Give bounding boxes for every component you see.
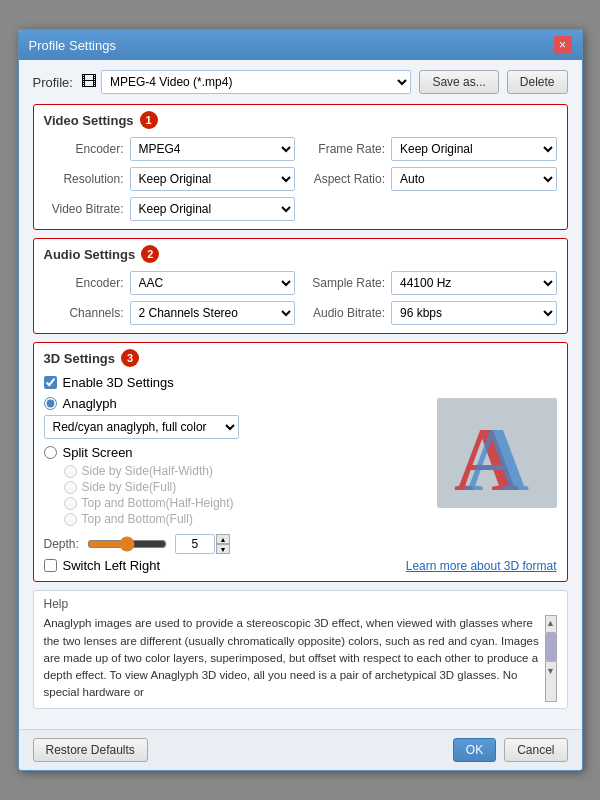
- svg-text:A: A: [464, 410, 529, 498]
- samplerate-label: Sample Rate:: [305, 276, 385, 290]
- audiobitrate-label: Audio Bitrate:: [305, 306, 385, 320]
- enable-3d-label: Enable 3D Settings: [63, 375, 174, 390]
- audio-settings-title: Audio Settings: [44, 247, 136, 262]
- videobitrate-label: Video Bitrate:: [44, 202, 124, 216]
- depth-num: ▲ ▼: [175, 534, 230, 554]
- samplerate-row: Sample Rate: 44100 Hz: [305, 271, 557, 295]
- framerate-select[interactable]: Keep Original: [391, 137, 557, 161]
- splitscreen-label: Split Screen: [63, 445, 133, 460]
- anaglyph-area: Anaglyph Red/cyan anaglyph, full color S…: [44, 396, 557, 528]
- anaglyph-preview: A A: [437, 398, 557, 508]
- help-content-wrap: Anaglyph images are used to provide a st…: [44, 615, 557, 701]
- ok-button[interactable]: OK: [453, 738, 496, 762]
- 3d-settings-section: 3D Settings 3 Enable 3D Settings Anaglyp…: [33, 342, 568, 582]
- depth-spin-up[interactable]: ▲: [216, 534, 230, 544]
- profile-row: Profile: 🎞 MPEG-4 Video (*.mp4) Save as.…: [33, 70, 568, 94]
- framerate-label: Frame Rate:: [305, 142, 385, 156]
- splitscreen-radio[interactable]: [44, 446, 57, 459]
- profile-select-wrap: 🎞 MPEG-4 Video (*.mp4): [81, 70, 411, 94]
- split-screen-options: Side by Side(Half-Width) Side by Side(Fu…: [64, 464, 427, 526]
- depth-input[interactable]: [175, 534, 215, 554]
- resolution-select[interactable]: Keep Original: [130, 167, 296, 191]
- splitscreen-radio-row: Split Screen: [44, 445, 427, 460]
- anaglyph-type-select[interactable]: Red/cyan anaglyph, full color: [44, 415, 239, 439]
- dialog-content: Profile: 🎞 MPEG-4 Video (*.mp4) Save as.…: [19, 60, 582, 728]
- video-settings-form: Encoder: MPEG4 Frame Rate: Keep Original…: [44, 137, 557, 221]
- audio-encoder-row: Encoder: AAC: [44, 271, 296, 295]
- channels-label: Channels:: [44, 306, 124, 320]
- audio-settings-form: Encoder: AAC Sample Rate: 44100 Hz Chann…: [44, 271, 557, 325]
- encoder-row: Encoder: MPEG4: [44, 137, 296, 161]
- resolution-row: Resolution: Keep Original: [44, 167, 296, 191]
- profile-select[interactable]: MPEG-4 Video (*.mp4): [101, 70, 411, 94]
- suboption-2: Side by Side(Full): [64, 480, 427, 494]
- suboption-2-label: Side by Side(Full): [82, 480, 177, 494]
- anaglyph-left: Anaglyph Red/cyan anaglyph, full color S…: [44, 396, 427, 528]
- depth-row: Depth: ▲ ▼: [44, 534, 557, 554]
- channels-select[interactable]: 2 Channels Stereo: [130, 301, 296, 325]
- switch-left-right-row: Switch Left Right: [44, 558, 161, 573]
- anaglyph-radio-row: Anaglyph: [44, 396, 427, 411]
- close-button[interactable]: ×: [554, 36, 572, 54]
- audio-encoder-label: Encoder:: [44, 276, 124, 290]
- suboption-3-label: Top and Bottom(Half-Height): [82, 496, 234, 510]
- scroll-up-arrow[interactable]: ▲: [546, 616, 555, 630]
- scroll-thumb[interactable]: [546, 632, 556, 662]
- cancel-button[interactable]: Cancel: [504, 738, 567, 762]
- suboption-1-label: Side by Side(Half-Width): [82, 464, 213, 478]
- sub-radio-2[interactable]: [64, 481, 77, 494]
- audio-settings-header: Audio Settings 2: [44, 245, 557, 263]
- film-icon: 🎞: [81, 73, 97, 91]
- switch-left-right-checkbox[interactable]: [44, 559, 57, 572]
- 3d-settings-title: 3D Settings: [44, 351, 116, 366]
- depth-spin-down[interactable]: ▼: [216, 544, 230, 554]
- anaglyph-label: Anaglyph: [63, 396, 117, 411]
- samplerate-select[interactable]: 44100 Hz: [391, 271, 557, 295]
- channels-row: Channels: 2 Channels Stereo: [44, 301, 296, 325]
- help-text: Anaglyph images are used to provide a st…: [44, 615, 541, 701]
- suboption-4-label: Top and Bottom(Full): [82, 512, 193, 526]
- learn-more-link[interactable]: Learn more about 3D format: [406, 559, 557, 573]
- aspectratio-label: Aspect Ratio:: [305, 172, 385, 186]
- videobitrate-select[interactable]: Keep Original: [130, 197, 296, 221]
- scroll-down-arrow[interactable]: ▼: [546, 664, 555, 678]
- sub-radio-3[interactable]: [64, 497, 77, 510]
- sub-radio-4[interactable]: [64, 513, 77, 526]
- enable-3d-checkbox[interactable]: [44, 376, 57, 389]
- framerate-row: Frame Rate: Keep Original: [305, 137, 557, 161]
- aspectratio-row: Aspect Ratio: Auto: [305, 167, 557, 191]
- encoder-label: Encoder:: [44, 142, 124, 156]
- video-settings-section: Video Settings 1 Encoder: MPEG4 Frame Ra…: [33, 104, 568, 230]
- save-as-button[interactable]: Save as...: [419, 70, 498, 94]
- switch-left-right-label: Switch Left Right: [63, 558, 161, 573]
- audio-encoder-select[interactable]: AAC: [130, 271, 296, 295]
- sub-radio-1[interactable]: [64, 465, 77, 478]
- footer-right: OK Cancel: [453, 738, 568, 762]
- help-section: Help Anaglyph images are used to provide…: [33, 590, 568, 708]
- 3d-settings-badge: 3: [121, 349, 139, 367]
- audiobitrate-select[interactable]: 96 kbps: [391, 301, 557, 325]
- depth-slider[interactable]: [87, 536, 167, 552]
- footer: Restore Defaults OK Cancel: [19, 729, 582, 770]
- anaglyph-radio[interactable]: [44, 397, 57, 410]
- resolution-label: Resolution:: [44, 172, 124, 186]
- restore-defaults-button[interactable]: Restore Defaults: [33, 738, 148, 762]
- switch-row: Switch Left Right Learn more about 3D fo…: [44, 558, 557, 573]
- audio-settings-section: Audio Settings 2 Encoder: AAC Sample Rat…: [33, 238, 568, 334]
- profile-label: Profile:: [33, 75, 73, 90]
- encoder-select[interactable]: MPEG4: [130, 137, 296, 161]
- aspectratio-select[interactable]: Auto: [391, 167, 557, 191]
- depth-label: Depth:: [44, 537, 79, 551]
- audio-settings-badge: 2: [141, 245, 159, 263]
- suboption-4: Top and Bottom(Full): [64, 512, 427, 526]
- help-scrollbar[interactable]: ▲ ▼: [545, 615, 557, 701]
- depth-spinner-btns: ▲ ▼: [216, 534, 230, 554]
- letter-wrap: A A: [452, 408, 542, 498]
- video-settings-badge: 1: [140, 111, 158, 129]
- video-settings-header: Video Settings 1: [44, 111, 557, 129]
- help-title: Help: [44, 597, 557, 611]
- delete-button[interactable]: Delete: [507, 70, 568, 94]
- suboption-3: Top and Bottom(Half-Height): [64, 496, 427, 510]
- audiobitrate-row: Audio Bitrate: 96 kbps: [305, 301, 557, 325]
- enable-3d-row: Enable 3D Settings: [44, 375, 557, 390]
